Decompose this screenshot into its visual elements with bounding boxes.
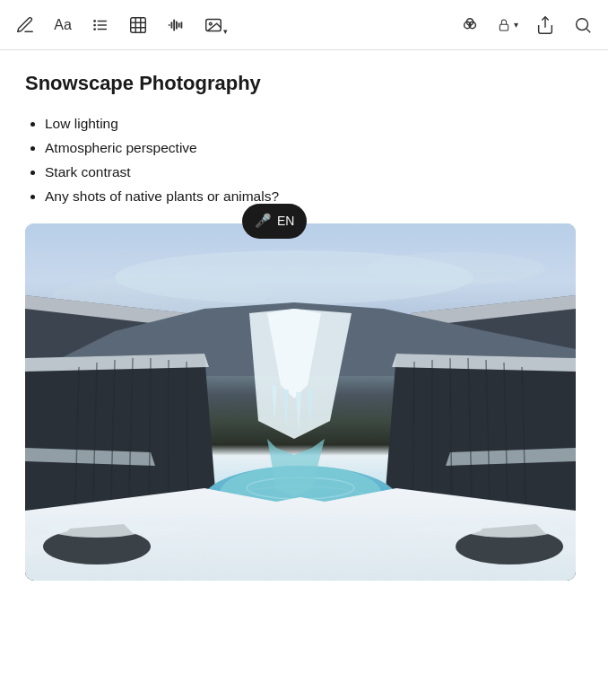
microphone-icon: 🎤 <box>255 209 272 232</box>
svg-point-77 <box>460 520 559 538</box>
toolbar-right: ▾ <box>459 14 594 36</box>
svg-line-25 <box>586 29 590 32</box>
collaboration-icon[interactable] <box>459 14 481 36</box>
svg-rect-6 <box>131 17 146 32</box>
language-label: EN <box>277 210 294 232</box>
list-item: Atmospheric perspective <box>45 136 583 160</box>
list-item: Stark contrast <box>45 160 583 184</box>
media-icon[interactable]: ▾ <box>203 14 224 36</box>
edit-icon[interactable] <box>14 14 36 36</box>
svg-point-76 <box>48 520 146 538</box>
bullet-list: Low lighting Atmospheric perspective Sta… <box>25 111 583 209</box>
share-icon[interactable] <box>534 14 556 36</box>
list-item: Any shots of native plants or animals? 🎤… <box>45 184 583 208</box>
svg-point-0 <box>93 20 96 22</box>
toolbar: Aa <box>0 0 608 50</box>
svg-point-29 <box>366 252 545 284</box>
voice-input-pill[interactable]: 🎤 EN <box>242 204 307 238</box>
svg-point-2 <box>93 28 96 31</box>
document-content: Snowscape Photography Low lighting Atmos… <box>0 50 608 595</box>
table-icon[interactable] <box>127 14 149 36</box>
document-image <box>25 223 576 581</box>
document-title: Snowscape Photography <box>25 72 583 95</box>
svg-rect-22 <box>499 24 508 31</box>
svg-point-24 <box>577 18 588 30</box>
svg-point-18 <box>209 22 212 25</box>
list-style-icon[interactable] <box>90 14 111 36</box>
search-icon[interactable] <box>572 14 594 36</box>
lock-icon[interactable]: ▾ <box>497 14 518 36</box>
list-item: Low lighting <box>45 111 583 136</box>
audio-icon[interactable] <box>165 14 187 36</box>
svg-point-1 <box>93 23 96 26</box>
text-format-icon[interactable]: Aa <box>52 14 74 36</box>
